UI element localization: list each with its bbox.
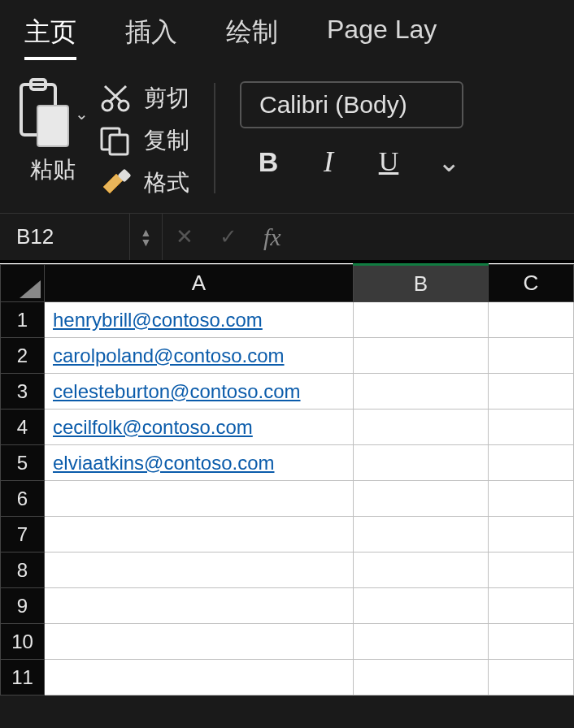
- format-painter-icon: [98, 167, 133, 198]
- cell[interactable]: [45, 481, 354, 517]
- tab-insert[interactable]: 插入: [125, 15, 177, 60]
- tab-page-layout[interactable]: Page Lay: [327, 15, 437, 60]
- copy-label: 复制: [144, 125, 189, 156]
- close-icon: ✕: [176, 224, 194, 249]
- paste-group: ⌄ 粘贴: [16, 78, 89, 185]
- email-hyperlink[interactable]: celesteburton@contoso.com: [53, 380, 301, 402]
- spreadsheet-grid: A B C 1henrybrill@contoso.com2carolpolan…: [0, 260, 574, 696]
- cell[interactable]: [45, 517, 354, 552]
- underline-button[interactable]: U: [375, 146, 402, 177]
- row-header[interactable]: 3: [1, 374, 45, 410]
- cell[interactable]: [354, 552, 489, 588]
- row-header[interactable]: 10: [1, 624, 45, 660]
- cell[interactable]: elviaatkins@contoso.com: [45, 445, 354, 481]
- clipboard-icon: [16, 78, 72, 150]
- row-header[interactable]: 7: [1, 517, 45, 552]
- row-header[interactable]: 9: [1, 588, 45, 624]
- cell[interactable]: [489, 410, 574, 445]
- email-hyperlink[interactable]: elviaatkins@contoso.com: [53, 452, 274, 474]
- sheet-table: A B C 1henrybrill@contoso.com2carolpolan…: [0, 263, 574, 696]
- cell[interactable]: [354, 588, 489, 624]
- cut-label: 剪切: [144, 83, 189, 114]
- column-header-c[interactable]: C: [489, 265, 574, 302]
- cell[interactable]: [354, 338, 489, 374]
- cell[interactable]: [489, 481, 574, 517]
- format-painter-button[interactable]: 格式: [98, 167, 189, 198]
- ribbon: ⌄ 粘贴 剪切 复制: [0, 68, 574, 213]
- ribbon-tabs: 主页 插入 绘制 Page Lay: [0, 0, 574, 68]
- cell[interactable]: [354, 302, 489, 338]
- scissors-icon: [98, 83, 133, 114]
- cell[interactable]: carolpoland@contoso.com: [45, 338, 354, 374]
- name-box[interactable]: B12: [0, 214, 130, 260]
- cell[interactable]: [489, 552, 574, 588]
- formula-bar: B12 ▲ ▼ ✕ ✓ fx: [0, 213, 574, 260]
- cell[interactable]: [489, 517, 574, 552]
- bold-button[interactable]: B: [254, 146, 282, 178]
- copy-button[interactable]: 复制: [98, 125, 189, 156]
- paste-button[interactable]: ⌄: [16, 78, 89, 150]
- cell[interactable]: [45, 660, 354, 696]
- fx-label[interactable]: fx: [250, 223, 294, 251]
- font-style-row: B I U ⌄: [240, 145, 558, 179]
- row-header[interactable]: 5: [1, 445, 45, 481]
- row-header[interactable]: 8: [1, 552, 45, 588]
- cell[interactable]: celesteburton@contoso.com: [45, 374, 354, 410]
- cell[interactable]: [354, 660, 489, 696]
- row-header[interactable]: 1: [1, 302, 45, 338]
- cell[interactable]: [45, 588, 354, 624]
- triangle-up-icon: ▲: [141, 228, 152, 236]
- cell[interactable]: [45, 552, 354, 588]
- cell[interactable]: [354, 410, 489, 445]
- font-group: Calibri (Body) B I U ⌄: [240, 78, 558, 179]
- svg-rect-8: [110, 135, 128, 154]
- name-box-stepper[interactable]: ▲ ▼: [130, 214, 163, 260]
- cell[interactable]: [489, 660, 574, 696]
- cell[interactable]: henrybrill@contoso.com: [45, 302, 354, 338]
- format-painter-label: 格式: [144, 167, 189, 198]
- email-hyperlink[interactable]: cecilfolk@contoso.com: [53, 416, 253, 438]
- check-icon: ✓: [220, 224, 237, 249]
- email-hyperlink[interactable]: henrybrill@contoso.com: [53, 309, 263, 331]
- cell[interactable]: [489, 302, 574, 338]
- cancel-formula-button[interactable]: ✕: [163, 224, 207, 249]
- cell[interactable]: [489, 338, 574, 374]
- cell[interactable]: [489, 624, 574, 660]
- svg-rect-2: [37, 106, 68, 146]
- cut-button[interactable]: 剪切: [98, 83, 189, 114]
- triangle-down-icon: ▼: [141, 238, 152, 246]
- copy-icon: [98, 125, 133, 156]
- tab-draw[interactable]: 绘制: [226, 15, 278, 60]
- font-name-select[interactable]: Calibri (Body): [240, 81, 463, 128]
- ribbon-separator: [214, 83, 215, 193]
- tab-home[interactable]: 主页: [24, 15, 76, 60]
- cell[interactable]: [489, 588, 574, 624]
- chevron-down-icon[interactable]: ⌄: [435, 145, 463, 178]
- clipboard-actions: 剪切 复制 格式: [98, 78, 189, 198]
- row-header[interactable]: 6: [1, 481, 45, 517]
- cell[interactable]: [489, 374, 574, 410]
- row-header[interactable]: 2: [1, 338, 45, 374]
- cell[interactable]: [354, 624, 489, 660]
- row-header[interactable]: 4: [1, 410, 45, 445]
- formula-input[interactable]: [294, 214, 574, 260]
- select-all-corner[interactable]: [1, 265, 45, 302]
- cell[interactable]: [489, 445, 574, 481]
- cell[interactable]: [354, 445, 489, 481]
- cell[interactable]: [354, 374, 489, 410]
- chevron-down-icon: ⌄: [75, 104, 89, 124]
- email-hyperlink[interactable]: carolpoland@contoso.com: [53, 344, 285, 366]
- cell[interactable]: [354, 481, 489, 517]
- column-header-a[interactable]: A: [45, 265, 354, 302]
- cell[interactable]: cecilfolk@contoso.com: [45, 410, 354, 445]
- cell[interactable]: [45, 624, 354, 660]
- row-header[interactable]: 11: [1, 660, 45, 696]
- cell[interactable]: [354, 517, 489, 552]
- column-header-b[interactable]: B: [354, 265, 489, 302]
- accept-formula-button[interactable]: ✓: [207, 224, 250, 249]
- italic-button[interactable]: I: [315, 145, 342, 179]
- paste-label: 粘贴: [30, 154, 76, 185]
